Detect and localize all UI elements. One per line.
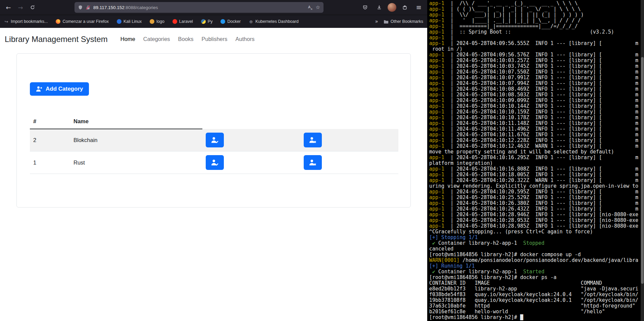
bookmark-item[interactable]: Docker	[220, 19, 241, 24]
main-nav: HomeCategoriesBooksPublishersAuthors	[116, 33, 259, 45]
nav-link-books[interactable]: Books	[176, 33, 196, 45]
terminal-line: app-1 | 2024-05-28T04:10:11.676Z INFO 1 …	[429, 132, 644, 138]
bookmark-item[interactable]: ⊕Kubernetes Dashboard	[249, 19, 299, 24]
account-avatar[interactable]	[388, 3, 396, 12]
python-icon	[201, 19, 206, 24]
terminal-line: app-1 | 2024-05-28T04:10:16.808Z INFO 1 …	[429, 166, 644, 172]
reload-icon	[30, 5, 35, 10]
terminal-line: app-1 |	[429, 35, 644, 41]
terminal-line: app-1 | 2024-05-28T04:10:07.994Z INFO 1 …	[429, 81, 644, 86]
terminal-line: app-1 | 2024-05-28T04:10:08.503Z INFO 1 …	[429, 92, 644, 98]
bookmark-item[interactable]: logo	[150, 19, 164, 24]
bookmark-label: logo	[156, 19, 164, 24]
person-edit-icon	[211, 136, 218, 144]
terminal-line: app-1 | 2024-05-28T04:09:56.555Z INFO 1 …	[429, 41, 644, 46]
terminal-line: WARN[0001] /home/ponsianodeloor/ponsiano…	[429, 258, 644, 263]
terminal-line: app-1 | 2024-05-28T04:10:20.322Z WARN 1 …	[429, 178, 644, 183]
terminal-line: app-1 | 2024-05-28T04:10:28.985Z INFO 1 …	[429, 223, 644, 229]
bookmark-star-icon[interactable]: ☆	[316, 4, 320, 10]
category-id-cell: 2	[30, 129, 70, 151]
terminal-line: app-1 | 2024-05-28T04:10:08.469Z INFO 1 …	[429, 86, 644, 92]
delete-category-button[interactable]	[304, 133, 322, 147]
docker-icon	[220, 19, 225, 24]
bookmark-label: Py	[208, 19, 213, 24]
column-header: #	[30, 114, 70, 129]
terminal-line: app-1 | 2024-05-28T04:10:07.991Z INFO 1 …	[429, 75, 644, 81]
svg-text:A: A	[308, 5, 311, 9]
terminal-line: app-1 | 2024-05-28T04:10:18.005Z INFO 1 …	[429, 172, 644, 178]
svg-text:a: a	[311, 7, 312, 10]
terminal-line: app-1 | ' |____| .__|_| |_|_| |_\__, | /…	[429, 18, 644, 24]
terminal-line: b2016ef61c8e hello-world "/hello"	[429, 309, 644, 315]
terminal-line: uring view rendering. Explicitly configu…	[429, 183, 644, 189]
terminal-line: app-1 | 2024-05-28T04:10:25.529Z INFO 1 …	[429, 195, 644, 200]
globe-icon: ⊕	[249, 19, 253, 24]
category-name-cell: Blokchain	[70, 129, 202, 151]
categories-table: #Name 2 Blokchain 1 Rust	[30, 114, 398, 174]
bookmark-item[interactable]: Py	[201, 19, 213, 24]
extensions-button[interactable]	[399, 2, 410, 13]
bookmarks-overflow-chevron[interactable]: »	[375, 18, 378, 25]
reload-button[interactable]	[27, 2, 38, 13]
category-row: 1 Rust	[30, 151, 398, 174]
nav-link-home[interactable]: Home	[118, 33, 138, 45]
nav-link-categories[interactable]: Categories	[141, 33, 173, 45]
terminal-line: app-1 | /\\ / ___'_ __ _ _(_)_ __ __ _ \…	[429, 1, 644, 6]
bookmark-item[interactable]: Laravel	[172, 19, 193, 24]
person-x-icon	[309, 159, 316, 166]
terminal-line: [root@vmi1864856 library-h2]# █	[429, 315, 644, 320]
firefox-icon	[56, 19, 60, 24]
person-plus-icon	[36, 86, 43, 92]
forward-button[interactable]: →	[15, 2, 26, 13]
insecure-lock-icon	[86, 5, 91, 10]
category-row: 2 Blokchain	[30, 129, 398, 151]
bookmark-label: Import bookmarks...	[11, 19, 48, 24]
edit-category-button[interactable]	[206, 133, 224, 147]
terminal-output: app-1 | /\\ / ___'_ __ _ _(_)_ __ __ _ \…	[429, 1, 644, 320]
url-text: 89.117.150.152:8088/categories	[93, 5, 158, 10]
menu-button[interactable]: ≡	[413, 2, 425, 13]
nav-link-authors[interactable]: Authors	[233, 33, 257, 45]
column-header-empty	[300, 114, 398, 129]
terminal-line: app-1 | 2024-05-28T04:10:26.380Z INFO 1 …	[429, 200, 644, 206]
terminal-line: app-1 | 2024-05-28T04:10:28.946Z INFO 1 …	[429, 212, 644, 218]
bookmark-item[interactable]: Kali Linux	[117, 19, 142, 24]
bookmark-label: Laravel	[179, 19, 193, 24]
address-bar[interactable]: 89.117.150.152:8088/categories Aa ☆	[75, 2, 324, 13]
terminal-line: [root@vmi1864856 library-h2]# docker ps …	[429, 275, 644, 280]
terminal-scrollbar[interactable]	[641, 0, 644, 321]
terminal-line: [root@vmi1864856 library-h2]# docker com…	[429, 252, 644, 258]
bookmark-item[interactable]: ↪Import bookmarks...	[4, 19, 48, 24]
terminal-line: 37a63c10abfe httpd "httpd-foreground"	[429, 303, 644, 309]
url-host: 89.117.150.152	[93, 5, 125, 10]
back-button[interactable]: ←	[3, 2, 14, 13]
delete-category-button[interactable]	[304, 155, 322, 170]
terminal-line: app-1 | 2024-05-28T04:09:56.576Z INFO 1 …	[429, 52, 644, 58]
terminal-line: platform integration)	[429, 160, 644, 166]
downloads-button[interactable]	[374, 2, 385, 13]
terminal-line: CONTAINER ID IMAGE COMMAND	[429, 280, 644, 286]
download-icon	[377, 5, 382, 10]
edit-category-button[interactable]	[206, 155, 224, 170]
pocket-icon	[362, 5, 368, 10]
terminal-line: app-1 | 2024-05-28T04:10:11.148Z INFO 1 …	[429, 121, 644, 126]
terminal-pane[interactable]: app-1 | /\\ / ___'_ __ _ _(_)_ __ __ _ \…	[427, 0, 644, 321]
laravel-icon	[172, 19, 177, 24]
bookmark-item[interactable]: Comenzar a usar Firefox	[56, 19, 109, 24]
terminal-line: app-1 | 2024-05-28T04:10:03.745Z INFO 1 …	[429, 63, 644, 69]
column-header-empty	[202, 114, 300, 129]
add-category-label: Add Category	[46, 86, 83, 92]
add-category-button[interactable]: Add Category	[30, 82, 89, 96]
person-x-icon	[309, 136, 316, 144]
terminal-line: app-1 | ( ( )\___ | '_ | '_| | '_ \/ _` …	[429, 6, 644, 12]
terminal-scrollbar-thumb[interactable]	[641, 57, 644, 284]
terminal-line: root in /)	[429, 46, 644, 52]
category-id-cell: 1	[30, 151, 70, 174]
terminal-line: app-1 | \\/ ___)| |_)| | | | | || (_| | …	[429, 12, 644, 18]
other-bookmarks[interactable]: Other Bookmarks	[384, 19, 423, 24]
terminal-line: app-1 | 2024-05-28T04:10:07.550Z INFO 1 …	[429, 69, 644, 75]
nav-link-publishers[interactable]: Publishers	[199, 33, 230, 45]
translate-icon[interactable]: Aa	[308, 5, 313, 10]
pocket-button[interactable]	[359, 2, 371, 13]
web-page: Library Management System HomeCategories…	[0, 28, 427, 321]
